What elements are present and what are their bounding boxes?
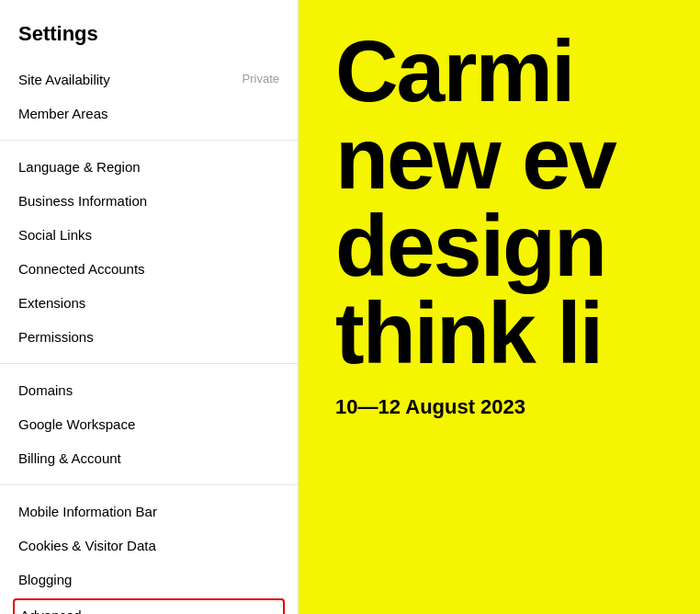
sidebar-group-3: Domains Google Workspace Billing & Accou… <box>0 373 298 475</box>
hero-line-3: design <box>335 202 672 290</box>
sidebar-item-site-availability[interactable]: Site Availability Private <box>0 63 298 97</box>
sidebar-item-business-information[interactable]: Business Information <box>0 184 298 218</box>
hero-line-1: Carmi <box>335 28 672 115</box>
sidebar-item-label: Blogging <box>18 570 72 589</box>
sidebar-item-label: Billing & Account <box>18 449 121 468</box>
sidebar-item-label: Permissions <box>18 327 94 347</box>
sidebar-item-social-links[interactable]: Social Links <box>0 218 298 252</box>
hero-line-4: think li <box>335 290 672 377</box>
sidebar-item-label: Domains <box>18 381 73 400</box>
sidebar-item-label: Connected Accounts <box>18 259 145 279</box>
divider-2 <box>0 363 298 364</box>
sidebar-item-blogging[interactable]: Blogging <box>0 563 298 597</box>
divider-1 <box>0 140 298 141</box>
sidebar-item-label: Extensions <box>18 293 85 313</box>
sidebar-item-billing-account[interactable]: Billing & Account <box>0 441 298 475</box>
sidebar-item-connected-accounts[interactable]: Connected Accounts <box>0 252 298 286</box>
sidebar-item-label: Cookies & Visitor Data <box>18 536 156 555</box>
main-content-area: Carmi new ev design think li 10—12 Augus… <box>299 0 700 614</box>
sidebar-group-4: Mobile Information Bar Cookies & Visitor… <box>0 495 298 614</box>
sidebar-item-google-workspace[interactable]: Google Workspace <box>0 407 298 441</box>
sidebar-item-label: Member Areas <box>18 104 108 123</box>
sidebar-item-label: Advanced <box>20 606 82 614</box>
sidebar-title: Settings <box>0 22 298 63</box>
sidebar-item-label: Business Information <box>18 191 147 210</box>
sidebar-item-label: Mobile Information Bar <box>18 502 157 521</box>
sidebar-item-label: Google Workspace <box>18 415 135 434</box>
sidebar-item-label: Social Links <box>18 225 92 244</box>
sidebar-item-badge: Private <box>243 71 279 87</box>
sidebar-group-2: Language & Region Business Information S… <box>0 150 298 354</box>
sidebar-item-permissions[interactable]: Permissions <box>0 320 298 354</box>
sidebar-item-label: Language & Region <box>18 157 141 176</box>
settings-sidebar: Settings Site Availability Private Membe… <box>0 0 299 614</box>
hero-text-container: Carmi new ev design think li 10—12 Augus… <box>299 0 700 614</box>
sidebar-item-domains[interactable]: Domains <box>0 373 298 407</box>
event-date: 10—12 August 2023 <box>335 395 672 419</box>
hero-line-2: new ev <box>335 115 672 202</box>
sidebar-item-extensions[interactable]: Extensions <box>0 286 298 320</box>
sidebar-item-mobile-information-bar[interactable]: Mobile Information Bar <box>0 495 298 529</box>
sidebar-item-label: Site Availability <box>18 70 110 89</box>
sidebar-item-member-areas[interactable]: Member Areas <box>0 97 298 131</box>
sidebar-item-advanced[interactable]: Advanced <box>13 598 285 614</box>
sidebar-group-1: Site Availability Private Member Areas <box>0 63 298 131</box>
divider-3 <box>0 484 298 485</box>
sidebar-item-language-region[interactable]: Language & Region <box>0 150 298 184</box>
sidebar-item-cookies-visitor-data[interactable]: Cookies & Visitor Data <box>0 529 298 563</box>
